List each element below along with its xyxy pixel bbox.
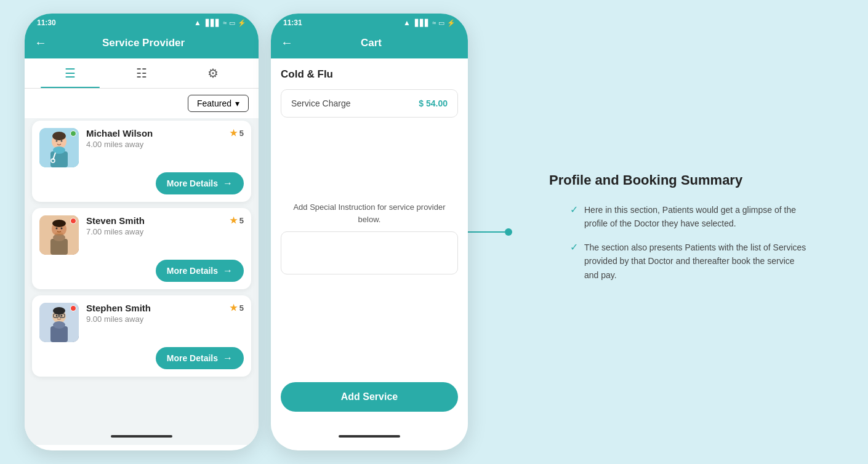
annotation-items: ✓ Here in this section, Patients would g… xyxy=(549,203,806,292)
phone1-body: ☰ ☷ ⚙ Featured ▾ xyxy=(25,58,259,445)
status-icons-phone2: ▲ ▋▋▋ ≈ ▭ ⚡ xyxy=(403,18,456,27)
svg-point-21 xyxy=(56,315,58,317)
tab-list[interactable]: ☰ xyxy=(34,58,106,88)
check-icon-1: ✓ xyxy=(570,204,578,215)
provider-distance-michael: 4.00 miles away xyxy=(86,140,222,149)
charging-icon: ⚡ xyxy=(238,19,246,27)
special-instruction-label: Add Special Instruction for service prov… xyxy=(281,201,458,225)
header-title-phone1: Service Provider xyxy=(53,37,234,49)
more-details-button-steven[interactable]: More Details → xyxy=(156,260,244,282)
header-phone1: ← Service Provider xyxy=(25,30,259,58)
star-icon-michael: ★ xyxy=(230,128,238,138)
more-details-label-stephen: More Details xyxy=(167,353,218,363)
provider-info-michael: Michael Wilson 4.00 miles away xyxy=(86,128,222,149)
home-bar-phone2 xyxy=(339,435,400,438)
status-bar-phone1: 11:30 ▲ ▋▋▋ ≈ ▭ ⚡ xyxy=(25,14,259,30)
star-icon-stephen: ★ xyxy=(230,303,238,313)
cart-title: Cold & Flu xyxy=(281,68,458,81)
header-title-phone2: Cart xyxy=(299,37,443,49)
provider-top-steven: Steven Smith 7.00 miles away ★ 5 xyxy=(39,215,244,255)
charging-icon-p2: ⚡ xyxy=(447,19,456,27)
svg-point-6 xyxy=(56,140,58,142)
connector-dot xyxy=(505,228,512,236)
provider-rating-stephen: ★ 5 xyxy=(230,303,244,313)
provider-distance-steven: 7.00 miles away xyxy=(86,227,222,236)
arrow-icon-stephen: → xyxy=(223,353,233,364)
rating-value-steven: 5 xyxy=(239,216,244,225)
home-indicator-phone2 xyxy=(271,424,468,445)
more-details-label-michael: More Details xyxy=(167,178,218,188)
filter-row: Featured ▾ xyxy=(25,89,259,118)
annotation-title-row: Profile and Booking Summary xyxy=(549,172,806,188)
time-phone1: 11:30 xyxy=(37,18,56,27)
header-phone2: ← Cart xyxy=(271,30,468,58)
signal-icon: ▋▋▋ xyxy=(206,19,220,27)
add-service-button[interactable]: Add Service xyxy=(281,382,458,412)
tab-grid[interactable]: ☷ xyxy=(106,58,177,88)
battery-icon-p2: ▭ xyxy=(438,19,444,27)
check-icon-2: ✓ xyxy=(570,241,578,253)
svg-point-15 xyxy=(52,220,66,227)
provider-rating-michael: ★ 5 xyxy=(230,128,244,138)
phone1-top-section: ☰ ☷ ⚙ Featured ▾ xyxy=(25,58,259,118)
back-button-phone1[interactable]: ← xyxy=(34,36,47,50)
list-icon: ☰ xyxy=(65,66,76,81)
tab-bar: ☰ ☷ ⚙ xyxy=(25,58,259,89)
rating-value-michael: 5 xyxy=(239,129,244,138)
tab-filter[interactable]: ⚙ xyxy=(177,58,249,88)
annotation-text-2: The section also presents Patients with … xyxy=(584,241,806,282)
arrow-icon-michael: → xyxy=(223,178,233,189)
wifi-icon-p2: ≈ xyxy=(432,19,436,26)
phone1-service-provider: 11:30 ▲ ▋▋▋ ≈ ▭ ⚡ ← Service Provider ☰ ☷ xyxy=(25,14,259,450)
provider-rating-steven: ★ 5 xyxy=(230,215,244,225)
annotation-item-1: ✓ Here in this section, Patients would g… xyxy=(570,203,806,231)
phone2-body: Cold & Flu Service Charge $ 54.00 Add Sp… xyxy=(271,58,468,445)
avatar-michael xyxy=(39,128,79,167)
provider-name-michael: Michael Wilson xyxy=(86,128,222,138)
home-indicator-phone1 xyxy=(25,424,259,445)
signal-icon-p2: ▋▋▋ xyxy=(415,19,430,27)
provider-name-steven: Steven Smith xyxy=(86,215,222,226)
svg-point-26 xyxy=(53,307,65,314)
status-bar-phone2: 11:31 ▲ ▋▋▋ ≈ ▭ ⚡ xyxy=(271,14,468,30)
arrow-icon-steven: → xyxy=(223,265,233,276)
svg-point-13 xyxy=(56,228,58,230)
svg-point-14 xyxy=(61,228,63,230)
more-details-button-michael[interactable]: More Details → xyxy=(156,172,244,194)
card-action-michael: More Details → xyxy=(39,172,244,194)
home-bar-phone1 xyxy=(111,435,172,438)
card-action-steven: More Details → xyxy=(39,260,244,282)
cart-bottom: Add Service xyxy=(271,382,468,424)
service-charge-card: Service Charge $ 54.00 xyxy=(281,89,458,118)
provider-distance-stephen: 9.00 miles away xyxy=(86,314,222,324)
cart-content: Cold & Flu Service Charge $ 54.00 Add Sp… xyxy=(271,58,468,382)
annotation-title: Profile and Booking Summary xyxy=(549,172,742,188)
rating-value-stephen: 5 xyxy=(239,303,244,313)
provider-card-steven: Steven Smith 7.00 miles away ★ 5 More De… xyxy=(32,208,251,289)
more-details-button-stephen[interactable]: More Details → xyxy=(156,347,244,369)
location-icon: ▲ xyxy=(194,18,201,27)
more-details-label-steven: More Details xyxy=(167,266,218,276)
providers-list: Michael Wilson 4.00 miles away ★ 5 More … xyxy=(25,118,259,424)
featured-button[interactable]: Featured ▾ xyxy=(188,95,249,112)
provider-card-stephen: Stephen Smith 9.00 miles away ★ 5 More D… xyxy=(32,295,251,377)
provider-info-steven: Steven Smith 7.00 miles away xyxy=(86,215,222,236)
featured-label: Featured xyxy=(197,98,231,108)
instruction-textarea[interactable] xyxy=(281,231,458,274)
spacer xyxy=(281,127,458,201)
svg-point-7 xyxy=(61,140,63,142)
card-action-stephen: More Details → xyxy=(39,347,244,369)
status-dot-stephen xyxy=(70,305,76,311)
connector-line xyxy=(468,231,505,233)
annotation-text-1: Here in this section, Patients would get… xyxy=(584,203,806,231)
time-phone2: 11:31 xyxy=(283,18,302,27)
avatar-stephen xyxy=(39,303,79,342)
location-icon-p2: ▲ xyxy=(403,18,411,27)
service-charge-label: Service Charge xyxy=(291,98,351,108)
chevron-down-icon: ▾ xyxy=(235,98,239,108)
status-dot-steven xyxy=(70,218,76,224)
grid-icon: ☷ xyxy=(136,66,147,81)
battery-icon: ▭ xyxy=(229,19,235,27)
back-button-phone2[interactable]: ← xyxy=(281,36,293,50)
service-charge-amount: $ 54.00 xyxy=(419,98,448,108)
